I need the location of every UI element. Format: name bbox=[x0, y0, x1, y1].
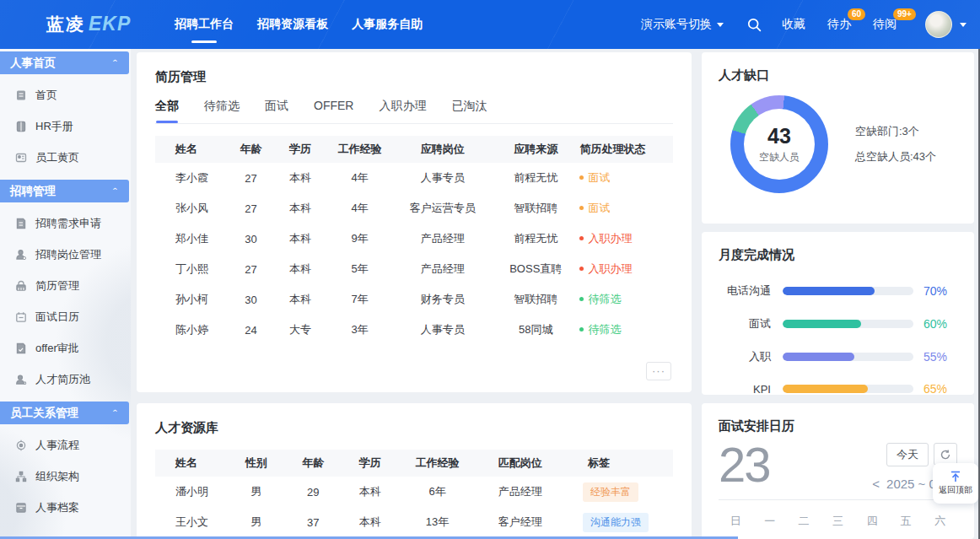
table-row[interactable]: 陈小婷24大专3年人事专员58同城 待筛选 bbox=[155, 315, 673, 345]
toread-link[interactable]: 待阅 99+ bbox=[873, 17, 897, 32]
bar-row: KPI 65% bbox=[719, 382, 957, 396]
col-age: 年龄 bbox=[228, 136, 274, 163]
sidebar-item-home[interactable]: 首页 bbox=[0, 79, 131, 110]
bar-fill bbox=[783, 385, 868, 393]
more-actions-button[interactable]: ··· bbox=[646, 362, 671, 380]
sidebar-item-employee-directory[interactable]: 员工黄页 bbox=[0, 142, 131, 173]
talent-gap-stats: 空缺部门:3个 总空缺人员:43个 bbox=[855, 119, 936, 170]
refresh-icon[interactable] bbox=[934, 443, 957, 466]
nav-tab-label: 招聘工作台 bbox=[175, 17, 234, 32]
account-switcher[interactable]: 演示账号切换 bbox=[641, 17, 724, 32]
table-row[interactable]: 潘小明男29本科6年产品经理 经验丰富 bbox=[155, 477, 673, 507]
status-badge: 面试 bbox=[579, 193, 673, 224]
bar-label: 电话沟通 bbox=[719, 283, 771, 299]
chevron-down-icon bbox=[717, 23, 724, 27]
donut-center-label: 空缺人员 bbox=[759, 150, 800, 164]
weekday-label: 五 bbox=[889, 509, 923, 534]
sidebar-item-position-mgmt[interactable]: 招聘岗位管理 bbox=[0, 239, 131, 270]
table-row[interactable]: 郑小佳30本科9年产品经理前程无忧 入职办理 bbox=[155, 224, 673, 254]
sidebar-item-label: 首页 bbox=[35, 88, 57, 103]
table-row[interactable]: 张小风27本科4年客户运营专员智联招聘 面试 bbox=[155, 193, 673, 224]
talent-gap-card: 人才缺口 43 空缺人员 空缺部门:3个 总空缺人员:43个 bbox=[702, 52, 974, 224]
col-match-position: 匹配岗位 bbox=[477, 450, 564, 477]
top-navbar: 蓝凌 EKP 招聘工作台 招聘资源看板 人事服务自助 演示账号切换 收藏 待办 … bbox=[0, 0, 980, 49]
sidebar-item-interview-calendar[interactable]: 面试日历 bbox=[0, 301, 131, 332]
table-row[interactable]: 丁小熙27本科5年产品经理BOSS直聘 入职办理 bbox=[155, 254, 673, 284]
col-source: 应聘来源 bbox=[492, 136, 579, 163]
table-row[interactable]: 孙小柯30本科7年财务专员智联招聘 待筛选 bbox=[155, 284, 673, 315]
toread-count-badge: 99+ bbox=[893, 8, 916, 20]
chevron-up-icon: ⌃ bbox=[111, 408, 119, 417]
app-logo[interactable]: 蓝凌 EKP bbox=[46, 13, 131, 36]
user-menu[interactable] bbox=[925, 11, 967, 38]
nav-tab-hr-selfservice[interactable]: 人事服务自助 bbox=[340, 0, 434, 49]
status-badge: 入职办理 bbox=[579, 224, 673, 254]
back-to-top-button[interactable]: 返回顶部 bbox=[933, 463, 978, 504]
bar-row: 入职 55% bbox=[719, 349, 957, 364]
col-name: 姓名 bbox=[155, 450, 228, 477]
tab-interview[interactable]: 面试 bbox=[265, 99, 288, 123]
section-title: 员工关系管理 bbox=[10, 406, 78, 421]
skill-tag: 沟通能力强 bbox=[583, 513, 649, 532]
interview-calendar-icon bbox=[14, 310, 27, 323]
col-education: 学历 bbox=[274, 136, 326, 163]
col-position: 应聘岗位 bbox=[393, 136, 492, 163]
back-to-top-label: 返回顶部 bbox=[939, 484, 972, 496]
table-row[interactable]: 李小霞27本科4年人事专员前程无忧 面试 bbox=[155, 163, 673, 193]
weekday-label: 二 bbox=[787, 509, 821, 534]
toread-label: 待阅 bbox=[873, 17, 897, 30]
weekday-label: 六 bbox=[923, 509, 957, 534]
tab-to-screen[interactable]: 待筛选 bbox=[204, 99, 240, 123]
talent-pool-header: 姓名 性别 年龄 学历 工作经验 匹配岗位 标签 bbox=[155, 450, 673, 477]
bar-label: KPI bbox=[719, 383, 771, 396]
todo-count-badge: 60 bbox=[848, 8, 865, 20]
sidebar-item-talent-pool[interactable]: 人才简历池 bbox=[0, 364, 131, 395]
prev-month-button[interactable]: < bbox=[872, 477, 880, 491]
talent-pool-card: 人才资源库 姓名 性别 年龄 学历 工作经验 匹配岗位 标签 潘小明男29本科6… bbox=[137, 403, 692, 539]
today-button[interactable]: 今天 bbox=[886, 443, 929, 466]
sidebar-section-employee-relations[interactable]: 员工关系管理 ⌃ bbox=[0, 402, 129, 424]
org-tree-icon bbox=[14, 470, 27, 482]
sidebar-item-label: 面试日历 bbox=[35, 310, 79, 325]
tab-offer[interactable]: OFFER bbox=[314, 99, 353, 123]
sidebar-item-hr-handbook[interactable]: HR手册 bbox=[0, 110, 131, 142]
tab-eliminated[interactable]: 已淘汰 bbox=[451, 99, 487, 123]
sidebar-item-org-structure[interactable]: 组织架构 bbox=[0, 461, 131, 492]
tab-onboarding[interactable]: 入职办理 bbox=[379, 99, 426, 123]
sidebar-item-offer-approval[interactable]: offer审批 bbox=[0, 332, 131, 364]
sidebar-item-label: 人事流程 bbox=[35, 438, 79, 453]
calendar-title: 面试安排日历 bbox=[719, 418, 957, 434]
sidebar-item-hr-archive[interactable]: 人事档案 bbox=[0, 492, 131, 523]
logo-brand-text: 蓝凌 bbox=[46, 13, 85, 36]
weekday-label: 三 bbox=[821, 509, 854, 534]
talent-pool-table: 姓名 性别 年龄 学历 工作经验 匹配岗位 标签 潘小明男29本科6年产品经理 … bbox=[155, 450, 673, 537]
talent-gap-donut-chart: 43 空缺人员 bbox=[730, 95, 828, 193]
sidebar-item-recruit-request[interactable]: 招聘需求申请 bbox=[0, 208, 131, 239]
monthly-bar-chart: 电话沟通 70% 面试 60% 入职 55% KPI 65% bbox=[719, 283, 957, 396]
sidebar-section-recruiting[interactable]: 招聘管理 ⌃ bbox=[0, 180, 129, 202]
todo-link[interactable]: 待办 60 bbox=[827, 17, 851, 32]
sidebar-item-resume-mgmt[interactable]: 简历管理 bbox=[0, 270, 131, 301]
table-row[interactable]: 王小文男37本科13年客户经理 沟通能力强 bbox=[155, 507, 673, 537]
sidebar-item-hr-process[interactable]: 人事流程 bbox=[0, 429, 131, 461]
monthly-title: 月度完成情况 bbox=[719, 247, 957, 263]
navbar-right: 演示账号切换 收藏 待办 60 待阅 99+ bbox=[641, 11, 967, 38]
gap-departments-stat: 空缺部门:3个 bbox=[855, 119, 936, 144]
favorites-link[interactable]: 收藏 bbox=[782, 17, 805, 32]
resume-tabs: 全部 待筛选 面试 OFFER 入职办理 已淘汰 bbox=[155, 99, 673, 124]
status-badge: 面试 bbox=[579, 163, 673, 193]
col-tag: 标签 bbox=[564, 450, 673, 477]
search-icon[interactable] bbox=[747, 18, 762, 32]
bar-percent: 65% bbox=[923, 382, 957, 396]
weekday-header-row: 日 一 二 三 四 五 六 bbox=[719, 509, 957, 534]
status-badge: 待筛选 bbox=[579, 284, 673, 315]
donut-center-value: 43 bbox=[767, 124, 791, 148]
nav-tab-recruit-workbench[interactable]: 招聘工作台 bbox=[163, 0, 245, 49]
col-experience: 工作经验 bbox=[326, 136, 394, 163]
request-doc-icon bbox=[14, 217, 27, 229]
bar-percent: 60% bbox=[923, 317, 957, 331]
tab-all[interactable]: 全部 bbox=[155, 99, 179, 123]
bar-percent: 70% bbox=[923, 284, 957, 298]
sidebar-section-hr-home[interactable]: 人事首页 ⌃ bbox=[0, 51, 129, 74]
nav-tab-recruit-dashboard[interactable]: 招聘资源看板 bbox=[245, 0, 340, 49]
